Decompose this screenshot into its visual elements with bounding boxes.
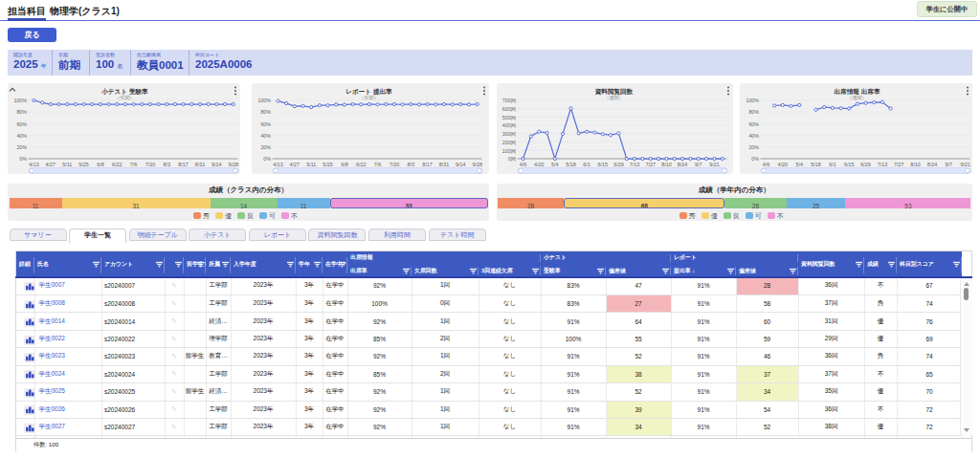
svg-text:（週間）: （週間） [848, 95, 867, 101]
svg-text:6/15: 6/15 [844, 162, 855, 167]
svg-text:9/14: 9/14 [212, 162, 222, 167]
svg-text:4/27: 4/27 [290, 162, 301, 167]
svg-text:7/20: 7/20 [145, 162, 156, 167]
svg-text:0%: 0% [751, 156, 759, 162]
svg-text:80%: 80% [16, 109, 27, 115]
svg-text:40%: 40% [16, 133, 27, 139]
svg-text:9/21: 9/21 [960, 162, 970, 167]
svg-text:4/6: 4/6 [763, 162, 770, 167]
svg-text:4/6: 4/6 [520, 162, 527, 167]
svg-text:20%: 20% [260, 144, 271, 150]
svg-text:8/3: 8/3 [408, 162, 415, 167]
svg-text:4/20: 4/20 [778, 162, 789, 167]
svg-text:100回: 100回 [502, 148, 516, 155]
svg-text:20%: 20% [16, 144, 27, 150]
svg-text:80%: 80% [748, 109, 759, 115]
svg-text:7/13: 7/13 [630, 162, 640, 167]
svg-text:6/22: 6/22 [356, 162, 367, 167]
svg-text:0%: 0% [263, 156, 271, 162]
svg-text:5/18: 5/18 [566, 162, 576, 167]
svg-text:8/10: 8/10 [661, 162, 672, 167]
svg-text:80%: 80% [260, 109, 271, 115]
svg-text:200回: 200回 [502, 140, 516, 146]
svg-text:4/20: 4/20 [534, 162, 545, 167]
svg-text:60%: 60% [16, 121, 27, 127]
svg-text:60%: 60% [748, 121, 759, 127]
svg-text:9/7: 9/7 [695, 162, 702, 167]
svg-text:4/13: 4/13 [273, 162, 283, 167]
svg-text:6/1: 6/1 [829, 162, 836, 167]
svg-text:6/1: 6/1 [583, 162, 590, 167]
svg-text:5/4: 5/4 [551, 162, 559, 167]
svg-text:400回: 400回 [502, 122, 516, 129]
svg-text:9/21: 9/21 [709, 162, 720, 167]
svg-text:700回: 700回 [502, 98, 516, 104]
svg-text:8/24: 8/24 [927, 162, 938, 167]
svg-text:（週間）: （週間） [605, 95, 624, 101]
svg-text:600回: 600回 [502, 106, 516, 113]
svg-text:100%: 100% [257, 98, 271, 103]
svg-text:6/29: 6/29 [860, 162, 871, 167]
svg-text:5/18: 5/18 [811, 162, 821, 167]
svg-text:8/17: 8/17 [178, 162, 189, 167]
svg-text:8/3: 8/3 [164, 162, 171, 167]
svg-text:（年間）: （年間） [116, 95, 135, 101]
svg-text:5/4: 5/4 [795, 162, 803, 167]
svg-text:4/13: 4/13 [29, 162, 39, 167]
svg-text:7/27: 7/27 [645, 162, 656, 167]
svg-text:300回: 300回 [502, 131, 516, 138]
svg-text:9/14: 9/14 [456, 162, 466, 167]
svg-text:7/6: 7/6 [374, 162, 382, 167]
svg-text:7/13: 7/13 [878, 162, 888, 167]
svg-text:7/20: 7/20 [390, 162, 400, 167]
svg-text:100%: 100% [746, 98, 759, 103]
svg-text:9/7: 9/7 [946, 162, 953, 167]
svg-text:60%: 60% [260, 121, 271, 127]
svg-text:0回: 0回 [508, 156, 516, 163]
svg-text:8/31: 8/31 [195, 162, 206, 167]
svg-text:40%: 40% [260, 133, 271, 139]
svg-text:6/8: 6/8 [341, 162, 348, 167]
svg-text:500回: 500回 [502, 115, 516, 121]
svg-text:0%: 0% [19, 156, 27, 162]
svg-text:8/31: 8/31 [439, 162, 450, 167]
svg-text:5/11: 5/11 [306, 162, 316, 167]
svg-text:4/27: 4/27 [46, 162, 56, 167]
svg-text:9/28: 9/28 [472, 162, 482, 167]
svg-text:9/28: 9/28 [228, 162, 238, 167]
svg-text:5/25: 5/25 [78, 162, 89, 167]
svg-text:20%: 20% [748, 144, 759, 150]
svg-text:6/22: 6/22 [112, 162, 122, 167]
svg-text:（年間）: （年間） [360, 95, 379, 101]
svg-text:5/25: 5/25 [323, 162, 333, 167]
svg-text:6/15: 6/15 [598, 162, 609, 167]
svg-text:6/8: 6/8 [97, 162, 104, 167]
svg-text:7/27: 7/27 [894, 162, 904, 167]
svg-text:7/6: 7/6 [130, 162, 138, 167]
svg-text:6/29: 6/29 [613, 162, 624, 167]
svg-text:100%: 100% [13, 98, 27, 103]
svg-text:8/17: 8/17 [422, 162, 433, 167]
svg-text:8/10: 8/10 [910, 162, 921, 167]
svg-text:8/24: 8/24 [678, 162, 688, 167]
svg-text:5/11: 5/11 [62, 162, 72, 167]
svg-text:40%: 40% [748, 133, 759, 139]
